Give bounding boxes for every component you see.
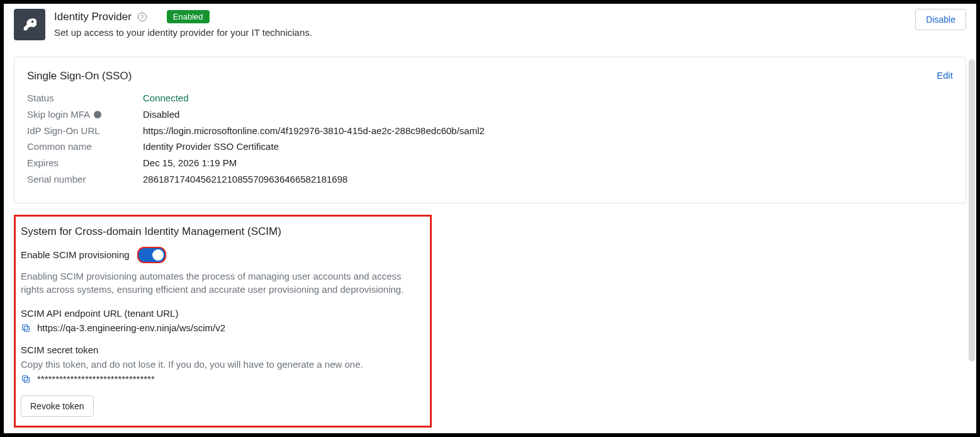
scim-toggle-label: Enable SCIM provisioning	[21, 249, 130, 260]
page-title: Identity Provider	[54, 11, 132, 23]
scim-token-label: SCIM secret token	[21, 344, 417, 355]
scim-toggle[interactable]	[137, 247, 166, 263]
svg-rect-1	[23, 324, 28, 329]
sso-sn-value: 286187174045621210855709636466582181698	[143, 173, 347, 186]
svg-rect-2	[24, 377, 29, 382]
copy-icon[interactable]	[21, 374, 31, 384]
sso-exp-label: Expires	[27, 156, 143, 170]
scim-endpoint-row: https://qa-3.engineering-env.ninja/ws/sc…	[21, 322, 417, 333]
scim-token-help: Copy this token, and do not lose it. If …	[21, 359, 417, 370]
revoke-token-button[interactable]: Revoke token	[21, 395, 94, 417]
help-icon[interactable]: ?	[138, 13, 147, 21]
page-header: Identity Provider ? Enabled Set up acces…	[14, 8, 966, 47]
sso-status-value: Connected	[143, 91, 189, 105]
sso-title: Single Sign-On (SSO)	[27, 70, 953, 82]
header-text: Identity Provider ? Enabled Set up acces…	[54, 9, 915, 38]
sso-mfa-value: Disabled	[143, 108, 179, 122]
sso-row-cn: Common name Identity Provider SSO Certif…	[27, 140, 953, 154]
sso-url-value: https://login.microsoftonline.com/4f1929…	[143, 124, 485, 138]
edit-link[interactable]: Edit	[937, 70, 953, 81]
scim-card: System for Cross-domain Identity Managem…	[14, 215, 432, 428]
scim-token-value: ********************************	[37, 373, 155, 384]
scim-title: System for Cross-domain Identity Managem…	[21, 225, 417, 238]
sso-row-status: Status Connected	[27, 91, 953, 105]
sso-row-exp: Expires Dec 15, 2026 1:19 PM	[27, 156, 953, 170]
page-subtitle: Set up access to your identity provider …	[54, 27, 915, 38]
info-icon[interactable]	[94, 111, 101, 118]
scim-toggle-row: Enable SCIM provisioning	[21, 247, 417, 263]
sso-cn-value: Identity Provider SSO Certificate	[143, 140, 279, 154]
page-frame: Identity Provider ? Enabled Set up acces…	[4, 4, 976, 433]
scim-token-row: ********************************	[21, 373, 417, 384]
svg-rect-3	[23, 375, 28, 380]
sso-mfa-label: Skip login MFA	[27, 108, 143, 122]
scrollbar[interactable]	[969, 59, 975, 361]
scim-endpoint-label: SCIM API endpoint URL (tenant URL)	[21, 308, 417, 319]
sso-cn-label: Common name	[27, 140, 143, 154]
scim-description: Enabling SCIM provisioning automates the…	[21, 270, 417, 297]
sso-status-label: Status	[27, 91, 143, 105]
sso-url-label: IdP Sign-On URL	[27, 124, 143, 138]
sso-row-sn: Serial number 28618717404562121085570963…	[27, 173, 953, 186]
sso-row-mfa: Skip login MFA Disabled	[27, 108, 953, 122]
svg-rect-0	[24, 326, 29, 331]
scim-endpoint-value: https://qa-3.engineering-env.ninja/ws/sc…	[37, 322, 225, 333]
key-icon	[14, 9, 45, 40]
disable-button[interactable]: Disable	[915, 9, 966, 30]
sso-card: Single Sign-On (SSO) Edit Status Connect…	[14, 57, 966, 203]
sso-row-url: IdP Sign-On URL https://login.microsofto…	[27, 124, 953, 138]
copy-icon[interactable]	[21, 323, 31, 333]
sso-exp-value: Dec 15, 2026 1:19 PM	[143, 156, 237, 170]
status-badge: Enabled	[167, 10, 210, 23]
sso-sn-label: Serial number	[27, 173, 143, 186]
